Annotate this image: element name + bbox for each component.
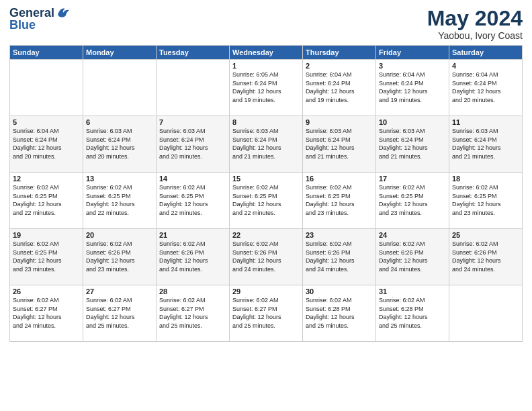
month-title: May 2024 xyxy=(427,7,523,30)
day-info: Sunrise: 6:03 AM Sunset: 6:24 PM Dayligh… xyxy=(159,127,226,161)
calendar-cell xyxy=(157,60,230,116)
day-number: 13 xyxy=(86,175,153,183)
day-info: Sunrise: 6:02 AM Sunset: 6:26 PM Dayligh… xyxy=(159,240,226,273)
calendar-cell: 24Sunrise: 6:02 AM Sunset: 6:26 PM Dayli… xyxy=(376,229,449,285)
day-number: 27 xyxy=(86,287,153,295)
day-info: Sunrise: 6:03 AM Sunset: 6:24 PM Dayligh… xyxy=(86,127,153,161)
day-info: Sunrise: 6:02 AM Sunset: 6:25 PM Dayligh… xyxy=(86,183,153,217)
day-info: Sunrise: 6:02 AM Sunset: 6:28 PM Dayligh… xyxy=(379,296,446,330)
calendar-cell: 26Sunrise: 6:02 AM Sunset: 6:27 PM Dayli… xyxy=(10,285,83,342)
header: General Blue May 2024 Yaobou, Ivory Coas… xyxy=(9,7,523,41)
day-info: Sunrise: 6:04 AM Sunset: 6:24 PM Dayligh… xyxy=(306,71,373,104)
calendar-week-row: 5Sunrise: 6:04 AM Sunset: 6:24 PM Daylig… xyxy=(10,116,523,173)
day-info: Sunrise: 6:04 AM Sunset: 6:24 PM Dayligh… xyxy=(452,71,519,104)
weekday-header: Thursday xyxy=(303,46,376,60)
day-number: 23 xyxy=(306,231,373,239)
day-info: Sunrise: 6:03 AM Sunset: 6:24 PM Dayligh… xyxy=(452,127,519,161)
day-info: Sunrise: 6:02 AM Sunset: 6:26 PM Dayligh… xyxy=(306,240,373,273)
title-block: May 2024 Yaobou, Ivory Coast xyxy=(427,7,523,41)
calendar-cell: 15Sunrise: 6:02 AM Sunset: 6:25 PM Dayli… xyxy=(230,173,303,229)
day-number: 20 xyxy=(86,231,153,239)
calendar-cell: 3Sunrise: 6:04 AM Sunset: 6:24 PM Daylig… xyxy=(376,60,449,116)
calendar-cell: 7Sunrise: 6:03 AM Sunset: 6:24 PM Daylig… xyxy=(157,116,230,173)
logo: General Blue xyxy=(9,7,71,32)
calendar-cell: 23Sunrise: 6:02 AM Sunset: 6:26 PM Dayli… xyxy=(303,229,376,285)
calendar-cell: 17Sunrise: 6:02 AM Sunset: 6:25 PM Dayli… xyxy=(376,173,449,229)
logo-bird-icon xyxy=(56,6,71,19)
day-number: 12 xyxy=(13,175,80,183)
weekday-header: Wednesday xyxy=(230,46,303,60)
page: General Blue May 2024 Yaobou, Ivory Coas… xyxy=(0,0,532,411)
location-subtitle: Yaobou, Ivory Coast xyxy=(427,30,523,41)
day-number: 11 xyxy=(452,118,519,126)
calendar-cell: 2Sunrise: 6:04 AM Sunset: 6:24 PM Daylig… xyxy=(303,60,376,116)
day-info: Sunrise: 6:02 AM Sunset: 6:26 PM Dayligh… xyxy=(379,240,446,273)
day-info: Sunrise: 6:03 AM Sunset: 6:24 PM Dayligh… xyxy=(232,127,300,161)
day-number: 15 xyxy=(232,175,300,183)
calendar-cell: 6Sunrise: 6:03 AM Sunset: 6:24 PM Daylig… xyxy=(83,116,157,173)
day-number: 31 xyxy=(379,287,446,295)
weekday-header: Sunday xyxy=(10,46,83,60)
day-info: Sunrise: 6:02 AM Sunset: 6:27 PM Dayligh… xyxy=(13,296,80,330)
calendar-cell: 28Sunrise: 6:02 AM Sunset: 6:27 PM Dayli… xyxy=(157,285,230,342)
day-number: 16 xyxy=(306,175,373,183)
day-number: 24 xyxy=(379,231,446,239)
day-number: 14 xyxy=(159,175,226,183)
day-number: 2 xyxy=(306,62,373,70)
calendar-header-row: SundayMondayTuesdayWednesdayThursdayFrid… xyxy=(10,46,523,60)
calendar-cell: 30Sunrise: 6:02 AM Sunset: 6:28 PM Dayli… xyxy=(303,285,376,342)
day-info: Sunrise: 6:05 AM Sunset: 6:24 PM Dayligh… xyxy=(232,71,300,104)
day-number: 8 xyxy=(232,118,300,126)
calendar-cell: 22Sunrise: 6:02 AM Sunset: 6:26 PM Dayli… xyxy=(230,229,303,285)
day-info: Sunrise: 6:02 AM Sunset: 6:25 PM Dayligh… xyxy=(13,183,80,217)
calendar-cell: 18Sunrise: 6:02 AM Sunset: 6:25 PM Dayli… xyxy=(449,173,523,229)
day-info: Sunrise: 6:02 AM Sunset: 6:26 PM Dayligh… xyxy=(232,240,300,273)
day-info: Sunrise: 6:02 AM Sunset: 6:25 PM Dayligh… xyxy=(232,183,300,217)
day-number: 7 xyxy=(159,118,226,126)
calendar-cell: 1Sunrise: 6:05 AM Sunset: 6:24 PM Daylig… xyxy=(230,60,303,116)
day-info: Sunrise: 6:02 AM Sunset: 6:25 PM Dayligh… xyxy=(159,183,226,217)
calendar-cell: 13Sunrise: 6:02 AM Sunset: 6:25 PM Dayli… xyxy=(83,173,157,229)
day-info: Sunrise: 6:02 AM Sunset: 6:26 PM Dayligh… xyxy=(452,240,519,273)
day-number: 25 xyxy=(452,231,519,239)
day-number: 3 xyxy=(379,62,446,70)
calendar-cell: 21Sunrise: 6:02 AM Sunset: 6:26 PM Dayli… xyxy=(157,229,230,285)
day-number: 17 xyxy=(379,175,446,183)
day-number: 4 xyxy=(452,62,519,70)
calendar-cell: 31Sunrise: 6:02 AM Sunset: 6:28 PM Dayli… xyxy=(376,285,449,342)
calendar-week-row: 26Sunrise: 6:02 AM Sunset: 6:27 PM Dayli… xyxy=(10,285,523,342)
calendar-cell: 14Sunrise: 6:02 AM Sunset: 6:25 PM Dayli… xyxy=(157,173,230,229)
day-info: Sunrise: 6:03 AM Sunset: 6:24 PM Dayligh… xyxy=(306,127,373,161)
day-info: Sunrise: 6:02 AM Sunset: 6:27 PM Dayligh… xyxy=(86,296,153,330)
weekday-header: Saturday xyxy=(449,46,523,60)
calendar-week-row: 1Sunrise: 6:05 AM Sunset: 6:24 PM Daylig… xyxy=(10,60,523,116)
day-info: Sunrise: 6:02 AM Sunset: 6:27 PM Dayligh… xyxy=(232,296,300,330)
day-number: 22 xyxy=(232,231,300,239)
calendar-cell: 9Sunrise: 6:03 AM Sunset: 6:24 PM Daylig… xyxy=(303,116,376,173)
day-info: Sunrise: 6:02 AM Sunset: 6:25 PM Dayligh… xyxy=(379,183,446,217)
calendar-cell xyxy=(449,285,523,342)
day-info: Sunrise: 6:02 AM Sunset: 6:27 PM Dayligh… xyxy=(159,296,226,330)
weekday-header: Friday xyxy=(376,46,449,60)
day-number: 18 xyxy=(452,175,519,183)
calendar-cell: 20Sunrise: 6:02 AM Sunset: 6:26 PM Dayli… xyxy=(83,229,157,285)
day-number: 26 xyxy=(13,287,80,295)
day-info: Sunrise: 6:02 AM Sunset: 6:28 PM Dayligh… xyxy=(306,296,373,330)
day-number: 21 xyxy=(159,231,226,239)
day-number: 28 xyxy=(159,287,226,295)
calendar-cell: 11Sunrise: 6:03 AM Sunset: 6:24 PM Dayli… xyxy=(449,116,523,173)
weekday-header: Monday xyxy=(83,46,157,60)
logo-blue: Blue xyxy=(9,19,71,32)
day-info: Sunrise: 6:02 AM Sunset: 6:25 PM Dayligh… xyxy=(452,183,519,217)
day-info: Sunrise: 6:04 AM Sunset: 6:24 PM Dayligh… xyxy=(379,71,446,104)
calendar-cell: 25Sunrise: 6:02 AM Sunset: 6:26 PM Dayli… xyxy=(449,229,523,285)
weekday-header: Tuesday xyxy=(157,46,230,60)
calendar: SundayMondayTuesdayWednesdayThursdayFrid… xyxy=(9,45,523,342)
day-info: Sunrise: 6:03 AM Sunset: 6:24 PM Dayligh… xyxy=(379,127,446,161)
day-info: Sunrise: 6:02 AM Sunset: 6:25 PM Dayligh… xyxy=(306,183,373,217)
day-number: 19 xyxy=(13,231,80,239)
day-number: 5 xyxy=(13,118,80,126)
day-number: 1 xyxy=(232,62,300,70)
day-info: Sunrise: 6:02 AM Sunset: 6:25 PM Dayligh… xyxy=(13,240,80,273)
day-info: Sunrise: 6:02 AM Sunset: 6:26 PM Dayligh… xyxy=(86,240,153,273)
